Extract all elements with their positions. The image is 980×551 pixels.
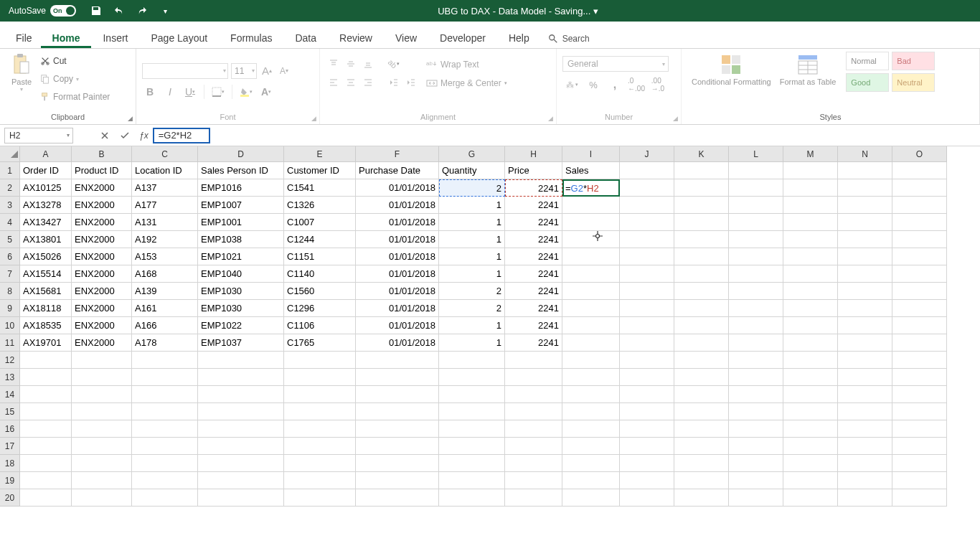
- cell-G12[interactable]: [439, 352, 505, 369]
- cell-E15[interactable]: [284, 403, 356, 420]
- cell-J6[interactable]: [620, 248, 674, 265]
- bold-button[interactable]: B: [142, 83, 158, 100]
- cell-J18[interactable]: [620, 455, 674, 472]
- cell-L8[interactable]: [729, 283, 783, 300]
- cell-M15[interactable]: [783, 403, 838, 420]
- cell-N3[interactable]: [838, 197, 892, 214]
- cell-K19[interactable]: [674, 472, 729, 489]
- cell-M9[interactable]: [783, 300, 838, 317]
- cell-N20[interactable]: [838, 489, 892, 507]
- tab-review[interactable]: Review: [328, 28, 384, 48]
- align-left-button[interactable]: [326, 75, 341, 90]
- enter-formula-button[interactable]: [115, 128, 135, 143]
- cell-K1[interactable]: [674, 162, 729, 179]
- cell-C13[interactable]: [132, 369, 198, 386]
- row-header[interactable]: 19: [0, 472, 20, 489]
- cell-G6[interactable]: 1: [439, 248, 505, 265]
- cell-I11[interactable]: [562, 334, 620, 352]
- cell-G18[interactable]: [439, 455, 505, 472]
- cell-A5[interactable]: AX13801: [20, 231, 72, 248]
- cell-O20[interactable]: [892, 489, 947, 507]
- cell-L6[interactable]: [729, 248, 783, 265]
- cell-M10[interactable]: [783, 317, 838, 334]
- cell-L3[interactable]: [729, 197, 783, 214]
- cell-J15[interactable]: [620, 403, 674, 420]
- cell-D3[interactable]: EMP1007: [198, 197, 284, 214]
- col-header-N[interactable]: N: [838, 146, 892, 162]
- row-header[interactable]: 11: [0, 334, 20, 352]
- cell-I18[interactable]: [562, 455, 620, 472]
- cell-C15[interactable]: [132, 403, 198, 420]
- cell-B3[interactable]: ENX2000: [72, 197, 132, 214]
- col-header-I[interactable]: I: [562, 146, 620, 162]
- cell-C11[interactable]: A178: [132, 334, 198, 352]
- percent-button[interactable]: %: [584, 76, 603, 93]
- cell-D13[interactable]: [198, 369, 284, 386]
- row-header[interactable]: 8: [0, 283, 20, 300]
- cell-B10[interactable]: ENX2000: [72, 317, 132, 334]
- cell-O1[interactable]: [892, 162, 947, 179]
- row-header[interactable]: 12: [0, 352, 20, 369]
- cell-O16[interactable]: [892, 420, 947, 438]
- cell-D5[interactable]: EMP1038: [198, 231, 284, 248]
- cell-J11[interactable]: [620, 334, 674, 352]
- font-launcher-icon[interactable]: ◢: [311, 115, 316, 122]
- cell-B19[interactable]: [72, 472, 132, 489]
- tab-data[interactable]: Data: [283, 28, 328, 48]
- cell-K14[interactable]: [674, 386, 729, 403]
- cell-L13[interactable]: [729, 369, 783, 386]
- cell-F2[interactable]: 01/01/2018: [356, 179, 439, 197]
- cell-K15[interactable]: [674, 403, 729, 420]
- clipboard-launcher-icon[interactable]: ◢: [128, 115, 133, 122]
- cell-F5[interactable]: 01/01/2018: [356, 231, 439, 248]
- borders-button[interactable]: ▾: [210, 83, 226, 100]
- cell-L16[interactable]: [729, 420, 783, 438]
- cell-I19[interactable]: [562, 472, 620, 489]
- cell-F20[interactable]: [356, 489, 439, 507]
- cell-J20[interactable]: [620, 489, 674, 507]
- cell-A8[interactable]: AX15681: [20, 283, 72, 300]
- cell-B17[interactable]: [72, 438, 132, 455]
- align-middle-button[interactable]: [343, 56, 359, 72]
- cell-K20[interactable]: [674, 489, 729, 507]
- cell-E10[interactable]: C1106: [284, 317, 356, 334]
- cell-M18[interactable]: [783, 455, 838, 472]
- cell-O10[interactable]: [892, 317, 947, 334]
- cell-C3[interactable]: A177: [132, 197, 198, 214]
- cell-A7[interactable]: AX15514: [20, 265, 72, 283]
- fill-color-button[interactable]: ▾: [238, 83, 254, 100]
- cell-D9[interactable]: EMP1030: [198, 300, 284, 317]
- cell-L20[interactable]: [729, 489, 783, 507]
- col-header-A[interactable]: A: [20, 146, 72, 162]
- select-all-corner[interactable]: [0, 146, 20, 162]
- cell-M3[interactable]: [783, 197, 838, 214]
- cell-M8[interactable]: [783, 283, 838, 300]
- cell-N13[interactable]: [838, 369, 892, 386]
- cell-F14[interactable]: [356, 386, 439, 403]
- cell-L7[interactable]: [729, 265, 783, 283]
- cell-K18[interactable]: [674, 455, 729, 472]
- cell-M12[interactable]: [783, 352, 838, 369]
- cell-J14[interactable]: [620, 386, 674, 403]
- cell-H2[interactable]: 2241: [505, 179, 562, 197]
- cell-I14[interactable]: [562, 386, 620, 403]
- cell-A15[interactable]: [20, 403, 72, 420]
- cell-L12[interactable]: [729, 352, 783, 369]
- cell-J16[interactable]: [620, 420, 674, 438]
- cell-L18[interactable]: [729, 455, 783, 472]
- cell-J4[interactable]: [620, 214, 674, 231]
- cell-C1[interactable]: Location ID: [132, 162, 198, 179]
- cell-M19[interactable]: [783, 472, 838, 489]
- fx-button[interactable]: ƒx: [135, 131, 153, 141]
- cell-M14[interactable]: [783, 386, 838, 403]
- tab-file[interactable]: File: [7, 28, 41, 48]
- cell-M11[interactable]: [783, 334, 838, 352]
- cell-E5[interactable]: C1244: [284, 231, 356, 248]
- cell-L1[interactable]: [729, 162, 783, 179]
- cell-K3[interactable]: [674, 197, 729, 214]
- cell-H1[interactable]: Price: [505, 162, 562, 179]
- cell-I13[interactable]: [562, 369, 620, 386]
- cell-N7[interactable]: [838, 265, 892, 283]
- cell-A13[interactable]: [20, 369, 72, 386]
- row-header[interactable]: 10: [0, 317, 20, 334]
